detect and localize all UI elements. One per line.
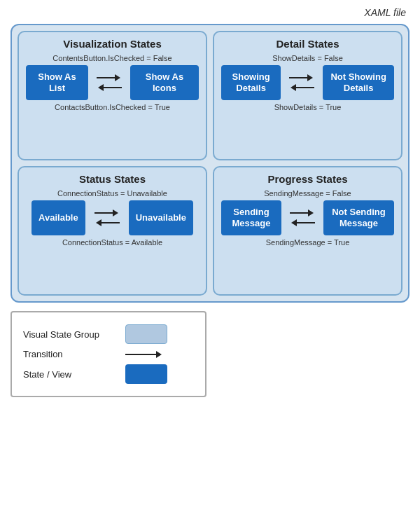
legend-state-row: State / View (23, 364, 194, 384)
legend-group-label: Visual State Group (23, 329, 114, 340)
arrow-left-2 (289, 84, 314, 91)
detail-states-row: Showing Details Not Showing Details (221, 65, 394, 100)
visualization-arrows (97, 74, 122, 91)
arrow-right-2 (289, 74, 314, 81)
detail-states-group: Detail States ShowDetails = False Showin… (213, 31, 402, 160)
sending-message-state: Sending Message (221, 200, 281, 235)
visualization-bottom-condition: ContactsButton.IsChecked = True (26, 103, 199, 111)
arrow-right-4 (290, 209, 315, 216)
arrow-left-3 (94, 219, 120, 226)
available-state: Available (31, 200, 85, 235)
progress-top-condition: SendingMessage = False (221, 189, 394, 198)
status-arrows (94, 209, 120, 226)
legend: Visual State Group Transition State / Vi… (10, 311, 206, 397)
progress-states-title: Progress States (221, 173, 394, 185)
not-sending-message-state: Not Sending Message (323, 200, 394, 235)
legend-transition-arrow (125, 351, 167, 358)
arrow-right-3 (94, 209, 120, 216)
legend-transition-row: Transition (23, 349, 194, 359)
legend-state-box (125, 364, 167, 384)
show-as-icons-state: Show As Icons (130, 65, 199, 100)
status-top-condition: ConnectionStatus = Unavailable (26, 189, 199, 198)
page-title: XAML file (10, 7, 410, 18)
status-states-row: Available Unavailable (26, 200, 199, 235)
visualization-states-row: Show As List Show As Icons (26, 65, 199, 100)
main-diagram: Visualization States ContentsButton.IsCh… (10, 24, 410, 303)
visualization-states-title: Visualization States (26, 38, 199, 50)
status-bottom-condition: ConnectionStatus = Available (26, 238, 199, 247)
visualization-top-condition: ContentsButton.IsChecked = False (26, 54, 199, 62)
not-showing-details-state: Not Showing Details (323, 65, 394, 100)
arrow-right-1 (97, 74, 122, 81)
progress-arrows (290, 209, 315, 226)
arrow-left-1 (97, 84, 122, 91)
detail-arrows (289, 74, 314, 91)
progress-states-group: Progress States SendingMessage = False S… (213, 166, 402, 296)
show-as-list-state: Show As List (26, 65, 88, 100)
detail-top-condition: ShowDetails = False (221, 54, 394, 62)
visualization-states-group: Visualization States ContentsButton.IsCh… (18, 31, 207, 160)
detail-bottom-condition: ShowDetails = True (221, 103, 394, 111)
showing-details-state: Showing Details (221, 65, 281, 100)
legend-group-box (125, 324, 167, 344)
progress-states-row: Sending Message Not Sending Message (221, 200, 394, 235)
arrow-left-4 (290, 219, 315, 226)
legend-group-row: Visual State Group (23, 324, 194, 344)
status-states-title: Status States (26, 173, 199, 185)
detail-states-title: Detail States (221, 38, 394, 50)
legend-transition-label: Transition (23, 349, 114, 359)
unavailable-state: Unavailable (129, 200, 193, 235)
progress-bottom-condition: SendingMessage = True (221, 238, 394, 247)
legend-state-label: State / View (23, 369, 114, 380)
status-states-group: Status States ConnectionStatus = Unavail… (18, 166, 207, 296)
